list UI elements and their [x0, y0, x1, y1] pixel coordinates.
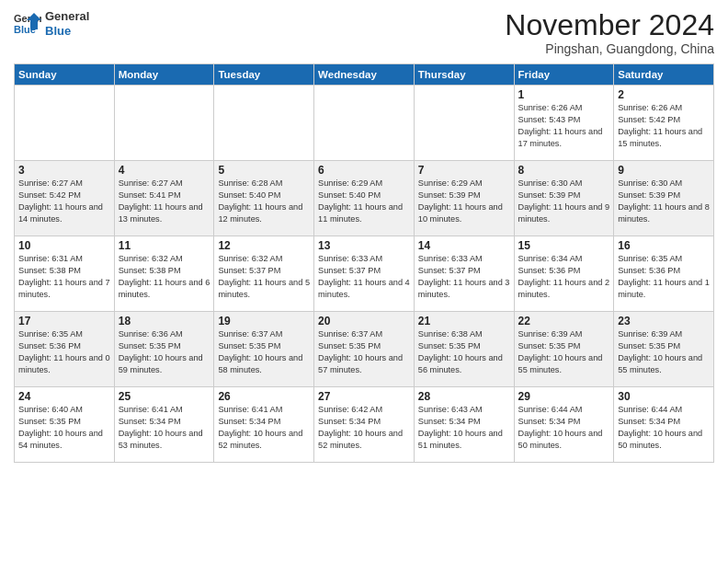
- header-tuesday: Tuesday: [214, 64, 314, 86]
- table-cell: 6Sunrise: 6:29 AM Sunset: 5:40 PM Daylig…: [314, 161, 415, 236]
- cell-info: Sunrise: 6:34 AM Sunset: 5:36 PM Dayligh…: [518, 253, 610, 301]
- day-number: 10: [18, 239, 110, 252]
- day-number: 24: [18, 390, 110, 403]
- logo: General Blue General Blue: [14, 9, 89, 38]
- table-cell: 21Sunrise: 6:38 AM Sunset: 5:35 PM Dayli…: [414, 312, 514, 387]
- cell-info: Sunrise: 6:26 AM Sunset: 5:42 PM Dayligh…: [618, 102, 710, 150]
- day-number: 15: [518, 239, 610, 252]
- cell-info: Sunrise: 6:44 AM Sunset: 5:34 PM Dayligh…: [618, 404, 710, 452]
- day-number: 30: [618, 390, 710, 403]
- cell-info: Sunrise: 6:30 AM Sunset: 5:39 PM Dayligh…: [518, 178, 610, 225]
- cell-info: Sunrise: 6:42 AM Sunset: 5:34 PM Dayligh…: [318, 404, 410, 452]
- header-thursday: Thursday: [414, 64, 514, 86]
- week-row-5: 24Sunrise: 6:40 AM Sunset: 5:35 PM Dayli…: [15, 387, 714, 463]
- day-number: 27: [318, 390, 410, 403]
- header-sunday: Sunday: [15, 64, 115, 86]
- location-text: Pingshan, Guangdong, China: [505, 41, 714, 56]
- cell-info: Sunrise: 6:32 AM Sunset: 5:38 PM Dayligh…: [119, 253, 210, 301]
- day-number: 11: [119, 239, 210, 252]
- day-number: 12: [218, 239, 310, 252]
- table-cell: 27Sunrise: 6:42 AM Sunset: 5:34 PM Dayli…: [314, 387, 415, 463]
- day-number: 16: [618, 239, 710, 252]
- day-number: 19: [218, 315, 310, 327]
- table-cell: 29Sunrise: 6:44 AM Sunset: 5:34 PM Dayli…: [514, 387, 614, 463]
- calendar-container: General Blue General Blue November 2024 …: [0, 0, 728, 467]
- cell-info: Sunrise: 6:31 AM Sunset: 5:38 PM Dayligh…: [18, 253, 110, 301]
- day-number: 14: [418, 239, 510, 252]
- week-row-3: 10Sunrise: 6:31 AM Sunset: 5:38 PM Dayli…: [15, 236, 714, 312]
- cell-info: Sunrise: 6:28 AM Sunset: 5:40 PM Dayligh…: [218, 178, 310, 225]
- title-block: November 2024 Pingshan, Guangdong, China: [505, 9, 714, 56]
- cell-info: Sunrise: 6:35 AM Sunset: 5:36 PM Dayligh…: [18, 328, 110, 376]
- table-cell: 18Sunrise: 6:36 AM Sunset: 5:35 PM Dayli…: [114, 312, 214, 387]
- cell-info: Sunrise: 6:29 AM Sunset: 5:40 PM Dayligh…: [318, 178, 410, 225]
- table-cell: 4Sunrise: 6:27 AM Sunset: 5:41 PM Daylig…: [114, 161, 214, 236]
- day-number: 9: [618, 164, 710, 177]
- header-wednesday: Wednesday: [314, 64, 415, 86]
- calendar-header: General Blue General Blue November 2024 …: [14, 9, 714, 56]
- cell-info: Sunrise: 6:30 AM Sunset: 5:39 PM Dayligh…: [618, 178, 710, 225]
- table-cell: 1Sunrise: 6:26 AM Sunset: 5:43 PM Daylig…: [514, 86, 614, 161]
- table-cell: 25Sunrise: 6:41 AM Sunset: 5:34 PM Dayli…: [114, 387, 214, 463]
- day-number: 17: [18, 315, 110, 327]
- table-cell: 17Sunrise: 6:35 AM Sunset: 5:36 PM Dayli…: [15, 312, 115, 387]
- day-number: 26: [218, 390, 310, 403]
- cell-info: Sunrise: 6:26 AM Sunset: 5:43 PM Dayligh…: [518, 102, 610, 150]
- table-cell: 2Sunrise: 6:26 AM Sunset: 5:42 PM Daylig…: [614, 86, 714, 161]
- day-number: 21: [418, 315, 510, 327]
- day-number: 1: [518, 88, 610, 101]
- calendar-table: SundayMondayTuesdayWednesdayThursdayFrid…: [14, 63, 714, 463]
- table-cell: [15, 86, 115, 161]
- table-cell: 23Sunrise: 6:39 AM Sunset: 5:35 PM Dayli…: [614, 312, 714, 387]
- table-cell: [414, 86, 514, 161]
- table-cell: 15Sunrise: 6:34 AM Sunset: 5:36 PM Dayli…: [514, 236, 614, 312]
- day-number: 18: [119, 315, 210, 327]
- day-number: 25: [119, 390, 210, 403]
- day-number: 2: [618, 88, 710, 101]
- cell-info: Sunrise: 6:44 AM Sunset: 5:34 PM Dayligh…: [518, 404, 610, 452]
- cell-info: Sunrise: 6:27 AM Sunset: 5:41 PM Dayligh…: [119, 178, 210, 225]
- day-number: 20: [318, 315, 410, 327]
- day-number: 4: [119, 164, 210, 177]
- table-cell: 12Sunrise: 6:32 AM Sunset: 5:37 PM Dayli…: [214, 236, 314, 312]
- cell-info: Sunrise: 6:39 AM Sunset: 5:35 PM Dayligh…: [518, 328, 610, 376]
- table-cell: 16Sunrise: 6:35 AM Sunset: 5:36 PM Dayli…: [614, 236, 714, 312]
- table-cell: 5Sunrise: 6:28 AM Sunset: 5:40 PM Daylig…: [214, 161, 314, 236]
- day-number: 22: [518, 315, 610, 327]
- month-title: November 2024: [505, 9, 714, 41]
- table-cell: 26Sunrise: 6:41 AM Sunset: 5:34 PM Dayli…: [214, 387, 314, 463]
- table-cell: [114, 86, 214, 161]
- day-number: 3: [18, 164, 110, 177]
- header-friday: Friday: [514, 64, 614, 86]
- day-number: 7: [418, 164, 510, 177]
- week-row-1: 1Sunrise: 6:26 AM Sunset: 5:43 PM Daylig…: [15, 86, 714, 161]
- cell-info: Sunrise: 6:39 AM Sunset: 5:35 PM Dayligh…: [618, 328, 710, 376]
- table-cell: 19Sunrise: 6:37 AM Sunset: 5:35 PM Dayli…: [214, 312, 314, 387]
- table-cell: 8Sunrise: 6:30 AM Sunset: 5:39 PM Daylig…: [514, 161, 614, 236]
- cell-info: Sunrise: 6:35 AM Sunset: 5:36 PM Dayligh…: [618, 253, 710, 301]
- header-saturday: Saturday: [614, 64, 714, 86]
- table-cell: 9Sunrise: 6:30 AM Sunset: 5:39 PM Daylig…: [614, 161, 714, 236]
- logo-blue-text: Blue: [45, 24, 89, 39]
- table-cell: 14Sunrise: 6:33 AM Sunset: 5:37 PM Dayli…: [414, 236, 514, 312]
- table-cell: 30Sunrise: 6:44 AM Sunset: 5:34 PM Dayli…: [614, 387, 714, 463]
- cell-info: Sunrise: 6:43 AM Sunset: 5:34 PM Dayligh…: [418, 404, 510, 452]
- logo-general-text: General: [45, 9, 89, 24]
- day-number: 28: [418, 390, 510, 403]
- cell-info: Sunrise: 6:37 AM Sunset: 5:35 PM Dayligh…: [318, 328, 410, 376]
- table-cell: [314, 86, 415, 161]
- day-number: 13: [318, 239, 410, 252]
- logo-icon: General Blue: [14, 11, 41, 37]
- table-cell: 7Sunrise: 6:29 AM Sunset: 5:39 PM Daylig…: [414, 161, 514, 236]
- day-number: 5: [218, 164, 310, 177]
- table-cell: [214, 86, 314, 161]
- cell-info: Sunrise: 6:37 AM Sunset: 5:35 PM Dayligh…: [218, 328, 310, 376]
- cell-info: Sunrise: 6:41 AM Sunset: 5:34 PM Dayligh…: [119, 404, 210, 452]
- table-cell: 24Sunrise: 6:40 AM Sunset: 5:35 PM Dayli…: [15, 387, 115, 463]
- table-cell: 3Sunrise: 6:27 AM Sunset: 5:42 PM Daylig…: [15, 161, 115, 236]
- day-number: 23: [618, 315, 710, 327]
- table-cell: 10Sunrise: 6:31 AM Sunset: 5:38 PM Dayli…: [15, 236, 115, 312]
- day-number: 6: [318, 164, 410, 177]
- table-cell: 20Sunrise: 6:37 AM Sunset: 5:35 PM Dayli…: [314, 312, 415, 387]
- day-number: 29: [518, 390, 610, 403]
